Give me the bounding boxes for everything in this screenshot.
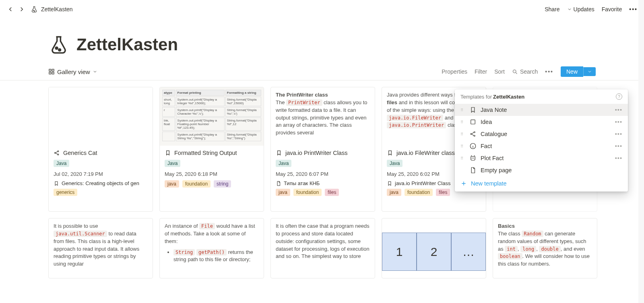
sort-button[interactable]: Sort: [494, 68, 505, 75]
gallery-card[interactable]: It is possible to use java.util.Scanner …: [48, 218, 153, 278]
page-icon-flask[interactable]: [48, 34, 69, 55]
svg-point-18: [473, 158, 474, 159]
drag-handle-icon[interactable]: ⠿: [460, 132, 465, 136]
page-title[interactable]: ZettelKasten: [76, 35, 178, 54]
popup-header: Templates for ZettelKasten ?: [455, 89, 628, 104]
gallery-card[interactable]: Basics The class Random can generate ran…: [493, 218, 597, 278]
template-item-more[interactable]: •••: [615, 119, 622, 125]
lang-tag: Java: [54, 160, 69, 167]
help-icon[interactable]: ?: [616, 93, 622, 100]
search-icon: [512, 69, 518, 75]
template-item-label: Catalogue: [481, 131, 611, 137]
svg-rect-7: [52, 72, 54, 74]
tag: foundation: [293, 189, 322, 196]
svg-rect-6: [49, 72, 51, 74]
template-item[interactable]: ⠿Plot Fact•••: [455, 152, 628, 164]
svg-rect-4: [49, 69, 51, 71]
drag-handle-icon[interactable]: ⠿: [460, 144, 465, 148]
template-item-more[interactable]: •••: [615, 155, 622, 161]
svg-point-1: [34, 10, 35, 11]
template-item[interactable]: ⠿Idea•••: [455, 116, 628, 128]
tag: string: [214, 180, 231, 188]
favorite-button[interactable]: Favorite: [602, 6, 622, 12]
drag-handle-icon[interactable]: ⠿: [460, 120, 465, 124]
templates-popup: Templates for ZettelKasten ? ⠿Java Note•…: [455, 89, 628, 192]
chevron-down-icon: [93, 69, 97, 74]
note-icon: [469, 118, 477, 126]
new-template-button[interactable]: New template: [460, 180, 622, 187]
bookmark-icon: [54, 181, 59, 186]
gallery-card[interactable]: 1 2 …: [382, 218, 486, 278]
new-button[interactable]: New: [561, 66, 583, 77]
share-button[interactable]: Share: [545, 6, 559, 12]
card-title: java.io PrintWriter Class: [285, 150, 347, 156]
template-item[interactable]: ⠿Fact•••: [455, 140, 628, 152]
svg-point-14: [474, 132, 475, 133]
tag: files: [325, 189, 339, 196]
gallery-card[interactable]: An instance of File would have a list of…: [159, 218, 264, 278]
top-bar: ZettelKasten Share Updates Favorite •••: [0, 0, 644, 18]
lang-tag: Java: [165, 160, 180, 167]
tag: files: [436, 189, 450, 196]
template-item-more[interactable]: •••: [615, 143, 622, 149]
card-date: May 25, 2020 6:07 PM: [276, 171, 370, 177]
card-title: Formatted String Output: [174, 150, 237, 156]
view-more-button[interactable]: •••: [545, 68, 553, 75]
gallery-icon: [48, 68, 55, 75]
drag-handle-icon[interactable]: ⠿: [460, 108, 465, 112]
share-nodes-icon: [54, 150, 60, 156]
back-button[interactable]: [6, 5, 14, 13]
card-relation: Generics: Creating objects of gen: [54, 180, 148, 186]
search-button[interactable]: Search: [512, 68, 538, 75]
filter-button[interactable]: Filter: [475, 68, 487, 75]
bookmark-icon: [165, 150, 171, 156]
gallery-card[interactable]: Generics Cat Java Jul 02, 2020 7:19 PM G…: [48, 87, 153, 212]
svg-point-10: [58, 151, 59, 152]
svg-point-17: [472, 158, 473, 159]
template-item-more[interactable]: •••: [615, 107, 622, 113]
new-dropdown-button[interactable]: [583, 67, 596, 76]
tag: generics: [54, 189, 77, 196]
breadcrumb-label: ZettelKasten: [41, 6, 73, 12]
card-date: Jul 02, 2020 7:19 PM: [54, 171, 148, 177]
svg-point-3: [59, 49, 61, 51]
svg-point-0: [33, 10, 34, 11]
breadcrumb[interactable]: ZettelKasten: [31, 6, 73, 13]
tag: java: [387, 189, 401, 196]
template-item-label: Plot Fact: [481, 155, 611, 161]
tag: foundation: [405, 189, 433, 196]
template-item-label: Java Note: [481, 107, 611, 113]
tag: java: [165, 180, 179, 188]
template-item[interactable]: ⠿Java Note•••: [455, 104, 628, 116]
bookmark-icon: [387, 150, 393, 156]
info-icon: [469, 142, 477, 150]
share-nodes-icon: [469, 130, 477, 138]
gallery-card[interactable]: It is often the case that a program need…: [270, 218, 375, 278]
cat-icon: [469, 155, 477, 162]
forward-button[interactable]: [18, 5, 26, 13]
gallery-card[interactable]: The PrintWriter class The PrintWriter cl…: [270, 87, 375, 212]
template-empty-page[interactable]: ⠿ Empty page: [455, 164, 628, 176]
more-menu-button[interactable]: •••: [629, 6, 638, 12]
page-header: ZettelKasten: [0, 18, 644, 55]
gallery-card[interactable]: atypeFormat printingFormatting a string …: [159, 87, 264, 212]
properties-button[interactable]: Properties: [442, 68, 467, 75]
tag: foundation: [182, 180, 211, 188]
lang-tag: Java: [387, 160, 402, 167]
template-item-more[interactable]: •••: [615, 131, 622, 137]
template-item[interactable]: ⠿Catalogue•••: [455, 128, 628, 140]
svg-rect-5: [52, 69, 54, 71]
updates-button[interactable]: Updates: [567, 6, 594, 12]
flask-icon: [31, 6, 38, 13]
database-view-bar: Gallery view Properties Filter Sort Sear…: [0, 55, 644, 80]
svg-rect-12: [471, 120, 475, 124]
svg-point-9: [55, 153, 56, 154]
card-relation: Типы атак КНБ: [276, 180, 370, 186]
svg-point-8: [513, 70, 516, 73]
view-select[interactable]: Gallery view: [48, 68, 97, 75]
drag-handle-icon[interactable]: ⠿: [460, 156, 465, 161]
scrollbar[interactable]: [638, 0, 644, 285]
svg-point-15: [474, 135, 475, 136]
plus-icon: [460, 180, 467, 187]
tag: java: [276, 189, 290, 196]
